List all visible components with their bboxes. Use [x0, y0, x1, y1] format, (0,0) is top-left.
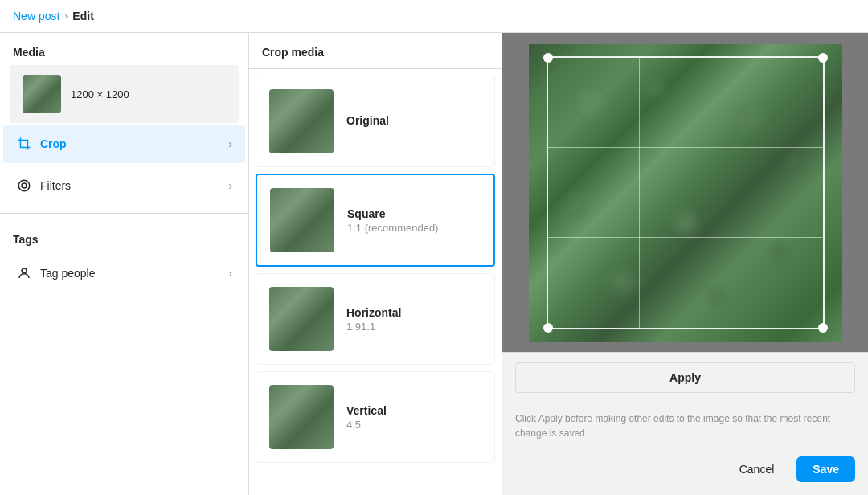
crop-chevron-icon: ›: [228, 137, 232, 150]
person-icon: [16, 265, 32, 281]
crop-option-original[interactable]: Original: [256, 76, 495, 167]
crop-thumb-horizontal: [269, 287, 334, 351]
media-thumbnail: [23, 75, 61, 113]
crop-option-vertical[interactable]: Vertical 4:5: [256, 371, 495, 463]
svg-point-1: [18, 180, 30, 191]
crop-handle-br[interactable]: [818, 323, 828, 333]
crop-ratio-vertical: 4:5: [346, 419, 387, 431]
media-item: 1200 × 1200: [10, 65, 239, 123]
crop-info-original: Original: [346, 114, 389, 129]
crop-thumb-img-original: [269, 89, 334, 153]
crop-nav-left: Crop: [16, 136, 67, 152]
crop-name-horizontal: Horizontal: [346, 306, 401, 319]
crop-overlay: [547, 56, 825, 329]
crop-media-title: Crop media: [249, 33, 502, 69]
crop-thumb-img-square: [270, 188, 334, 252]
tag-people-nav-left: Tag people: [16, 265, 96, 281]
left-panel: Media 1200 × 1200 Crop ›: [0, 33, 249, 495]
tag-people-chevron-icon: ›: [228, 267, 232, 280]
svg-point-0: [22, 183, 27, 188]
filters-label: Filters: [40, 179, 71, 192]
grid-lines: [548, 58, 823, 328]
crop-option-square[interactable]: Square 1:1 (recommended): [256, 174, 495, 267]
breadcrumb-separator: ›: [64, 10, 68, 22]
svg-point-2: [22, 268, 27, 273]
save-button[interactable]: Save: [796, 456, 855, 482]
crop-thumb-square: [270, 188, 334, 252]
crop-label: Crop: [40, 137, 67, 150]
crop-ratio-square: 1:1 (recommended): [347, 222, 438, 234]
media-thumb-image: [23, 75, 61, 113]
crop-handle-bl[interactable]: [543, 323, 553, 333]
note-text: Click Apply before making other edits to…: [502, 403, 868, 448]
crop-thumb-original: [269, 89, 334, 153]
crop-name-original: Original: [346, 114, 389, 127]
crop-nav-item[interactable]: Crop ›: [3, 125, 245, 163]
right-panel: Apply Click Apply before making other ed…: [502, 33, 868, 495]
filters-chevron-icon: ›: [228, 179, 232, 192]
tag-people-label: Tag people: [40, 267, 96, 280]
filters-nav-left: Filters: [16, 178, 71, 194]
crop-thumb-img-vertical: [269, 385, 334, 449]
new-post-link[interactable]: New post: [13, 10, 59, 22]
crop-handle-tr[interactable]: [818, 53, 828, 63]
crop-icon: [16, 136, 32, 152]
crop-info-horizontal: Horizontal 1.91:1: [346, 306, 401, 333]
crop-name-square: Square: [347, 207, 438, 220]
crop-info-square: Square 1:1 (recommended): [347, 207, 438, 234]
crop-info-vertical: Vertical 4:5: [346, 404, 387, 431]
media-dimensions: 1200 × 1200: [71, 88, 129, 100]
grid-line-v2: [731, 58, 731, 328]
tags-section-title: Tags: [0, 220, 248, 252]
header: New post › Edit: [0, 0, 868, 33]
middle-panel: Crop media Original Square 1:1 (recommen…: [249, 33, 502, 495]
crop-thumb-img-horizontal: [269, 287, 334, 351]
grid-line-h2: [548, 237, 823, 238]
media-section-title: Media: [0, 33, 248, 65]
image-area: [502, 33, 868, 352]
crop-name-vertical: Vertical: [346, 404, 387, 417]
crop-handle-tl[interactable]: [543, 53, 553, 63]
page-title: Edit: [72, 10, 93, 22]
crop-ratio-horizontal: 1.91:1: [346, 321, 401, 333]
apply-row: Apply: [502, 353, 868, 403]
apply-button[interactable]: Apply: [515, 362, 855, 393]
filters-icon: [16, 178, 32, 194]
crop-thumb-vertical: [269, 385, 334, 449]
divider: [0, 213, 248, 214]
filters-nav-item[interactable]: Filters ›: [3, 166, 245, 205]
bottom-controls: Apply Click Apply before making other ed…: [502, 352, 868, 495]
crop-option-horizontal[interactable]: Horizontal 1.91:1: [256, 273, 495, 365]
grid-line-v1: [639, 58, 640, 328]
grid-line-h1: [548, 147, 823, 148]
save-row: Cancel Save: [502, 448, 868, 495]
preview-image-container: [529, 44, 842, 342]
tag-people-nav-item[interactable]: Tag people ›: [3, 254, 245, 292]
cancel-button[interactable]: Cancel: [727, 456, 788, 482]
main-content: Media 1200 × 1200 Crop ›: [0, 33, 868, 495]
